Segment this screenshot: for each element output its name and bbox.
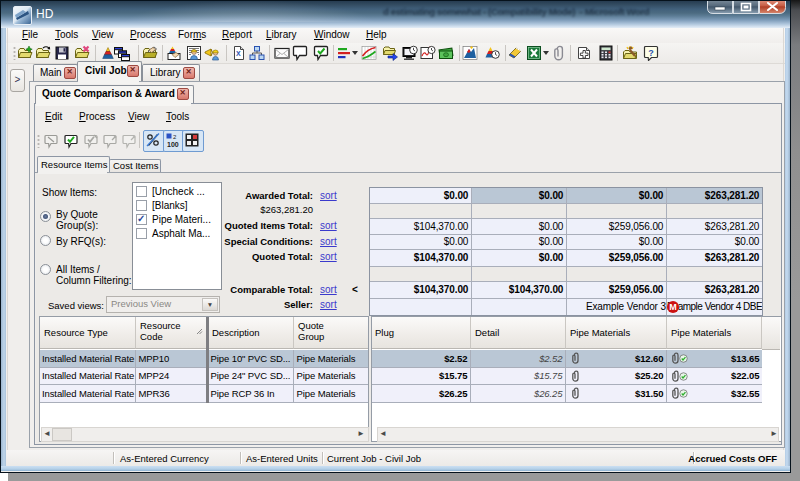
svg-text:X: X (236, 50, 241, 57)
svg-text:2: 2 (173, 134, 177, 140)
svg-text:100: 100 (167, 141, 179, 148)
svg-text:?: ? (648, 48, 654, 58)
